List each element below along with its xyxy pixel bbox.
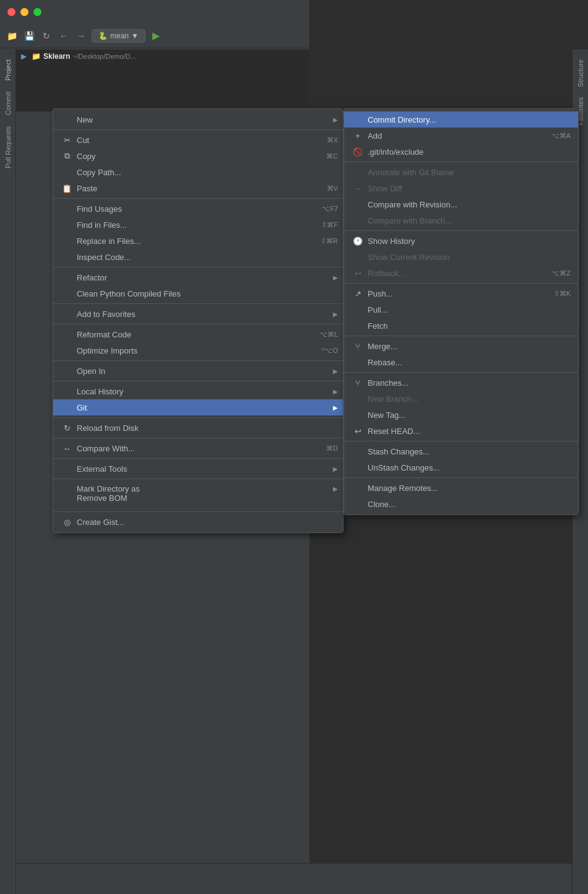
run-button[interactable]: ▶: [149, 29, 163, 43]
menu-item-copy-path[interactable]: Copy Path...: [53, 164, 343, 180]
menu-item-reformat-code[interactable]: Reformat Code ⌥⌘L: [53, 326, 343, 342]
menu-label-copy-path: Copy Path...: [77, 168, 338, 177]
branch-selector[interactable]: 🐍 mean ▼: [92, 29, 145, 43]
git-menu-label-new-tag: New Tag...: [368, 410, 571, 420]
git-submenu-item-merge[interactable]: ⑂ Merge...: [344, 338, 578, 354]
python-icon: 🐍: [98, 32, 108, 40]
menu-item-create-gist[interactable]: ◎ Create Gist...: [53, 514, 343, 530]
forward-icon[interactable]: →: [74, 29, 88, 43]
git-menu-label-push: Push...: [368, 289, 542, 298]
git-submenu-item-show-history[interactable]: 🕐 Show History: [344, 233, 578, 249]
git-menu-label-merge: Merge...: [368, 342, 571, 351]
refresh-icon[interactable]: ↻: [40, 29, 53, 43]
menu-shortcut-copy: ⌘C: [326, 152, 338, 160]
submenu-arrow-local-history: ▶: [333, 388, 338, 395]
submenu-arrow-open-in: ▶: [333, 368, 338, 375]
menu-label-mark-dir: Mark Directory as: [77, 484, 328, 493]
menu-item-inspect-code[interactable]: Inspect Code...: [53, 249, 343, 265]
git-menu-shortcut-add: ⌥⌘A: [551, 132, 571, 140]
menu-separator: [53, 438, 343, 438]
git-submenu-item-unstash[interactable]: UnStash Changes...: [344, 459, 578, 475]
git-menu-label-reset-head: Reset HEAD...: [368, 427, 571, 436]
menu-item-refactor[interactable]: Refactor ▶: [53, 269, 343, 285]
git-submenu-item-compare-revision[interactable]: Compare with Revision...: [344, 196, 578, 212]
git-submenu-item-fetch[interactable]: Fetch: [344, 318, 578, 334]
sidebar-item-structure[interactable]: Structure: [574, 54, 587, 92]
git-submenu-item-reset-head[interactable]: ↩ Reset HEAD...: [344, 423, 578, 439]
menu-shortcut-find-files: ⇧⌘F: [321, 221, 338, 229]
menu-shortcut-compare-with: ⌘D: [326, 445, 338, 453]
menu-label-clean-python: Clean Python Compiled Files: [77, 289, 338, 298]
git-menu-label-commit-dir: Commit Directory...: [368, 115, 571, 124]
menu-item-paste[interactable]: 📋 Paste ⌘V: [53, 180, 343, 196]
maximize-button[interactable]: [33, 8, 41, 16]
git-submenu-item-commit-dir[interactable]: Commit Directory...: [344, 111, 578, 128]
git-menu-label-pull: Pull...: [368, 305, 571, 315]
git-submenu-separator: [344, 230, 578, 231]
menu-separator: [53, 267, 343, 267]
git-submenu-item-manage-remotes[interactable]: Manage Remotes...: [344, 480, 578, 496]
menu-item-new[interactable]: New ▶: [53, 111, 343, 128]
git-menu-icon-add: +: [352, 131, 364, 141]
git-submenu-item-new-branch: New Branch...: [344, 391, 578, 407]
menu-item-find-files[interactable]: Find in Files... ⇧⌘F: [53, 217, 343, 233]
menu-item-cut[interactable]: ✂ Cut ⌘X: [53, 132, 343, 148]
menu-label-inspect-code: Inspect Code...: [77, 253, 338, 262]
menu-separator: [53, 381, 343, 381]
git-menu-label-rebase: Rebase...: [368, 358, 571, 367]
git-submenu-item-branches[interactable]: ⑂ Branches...: [344, 375, 578, 391]
git-submenu-item-push[interactable]: ↗ Push... ⇧⌘K: [344, 285, 578, 302]
menu-label-find-usages: Find Usages: [77, 204, 309, 214]
menu-label-compare-with: Compare With...: [77, 444, 314, 453]
menu-item-compare-with[interactable]: ↔ Compare With... ⌘D: [53, 440, 343, 456]
git-menu-label-clone: Clone...: [368, 500, 571, 509]
git-submenu-item-new-tag[interactable]: New Tag...: [344, 407, 578, 423]
back-icon[interactable]: ←: [57, 29, 71, 43]
tree-row-sklearn[interactable]: ▶ 📁 Sklearn ~/Desktop/Demo/D...: [16, 50, 309, 63]
menu-item-mark-dir[interactable]: Mark Directory as ▶ Remove BOM: [53, 481, 343, 510]
menu-item-open-in[interactable]: Open In ▶: [53, 363, 343, 379]
menu-item-add-favorites[interactable]: Add to Favorites ▶: [53, 306, 343, 322]
menu-icon-cut: ✂: [61, 136, 73, 145]
sidebar-item-pull-requests[interactable]: Pull Requests: [2, 121, 14, 173]
git-submenu-item-pull[interactable]: Pull...: [344, 302, 578, 318]
git-submenu-item-add[interactable]: + Add ⌥⌘A: [344, 128, 578, 144]
menu-item-copy[interactable]: ⧉ Copy ⌘C: [53, 148, 343, 164]
menu-label-new: New: [77, 115, 328, 124]
menu-item-reload-disk[interactable]: ↻ Reload from Disk: [53, 420, 343, 436]
menu-item-external-tools[interactable]: External Tools ▶: [53, 461, 343, 477]
submenu-arrow-refactor: ▶: [333, 274, 338, 281]
git-submenu-item-rollback: ↩ Rollback... ⌥⌘Z: [344, 265, 578, 281]
save-icon[interactable]: 💾: [22, 29, 36, 43]
git-submenu-item-stash[interactable]: Stash Changes...: [344, 443, 578, 459]
git-submenu-separator: [344, 283, 578, 284]
menu-item-git[interactable]: Git ▶: [53, 399, 343, 415]
menu-item-find-usages[interactable]: Find Usages ⌥F7: [53, 201, 343, 217]
menu-item-local-history[interactable]: Local History ▶: [53, 383, 343, 399]
menu-separator: [53, 198, 343, 199]
close-button[interactable]: [7, 8, 15, 16]
minimize-button[interactable]: [20, 8, 28, 16]
menu-item-clean-python[interactable]: Clean Python Compiled Files: [53, 285, 343, 302]
menu-label-local-history: Local History: [77, 387, 328, 396]
git-menu-label-show-current-rev: Show Current Revision: [368, 253, 571, 262]
git-menu-icon-merge: ⑂: [352, 342, 364, 351]
menu-label-paste: Paste: [77, 184, 314, 193]
git-submenu-item-rebase[interactable]: Rebase...: [344, 354, 578, 370]
menu-separator: [53, 324, 343, 324]
git-menu-label-stash: Stash Changes...: [368, 447, 571, 456]
menu-item-replace-files[interactable]: Replace in Files... ⇧⌘R: [53, 233, 343, 249]
git-menu-icon-git-exclude: 🚫: [352, 147, 364, 157]
left-side-tabs: Project Commit Pull Requests: [0, 50, 16, 894]
sidebar-item-commit[interactable]: Commit: [2, 87, 14, 120]
menu-item-optimize-imports[interactable]: Optimize Imports ^⌥O: [53, 342, 343, 358]
git-submenu-item-git-exclude[interactable]: 🚫 .git/info/exclude: [344, 144, 578, 160]
git-menu-shortcut-rollback: ⌥⌘Z: [551, 269, 571, 277]
menu-icon-create-gist: ◎: [61, 518, 73, 527]
git-menu-icon-show-diff: ↔: [352, 184, 364, 193]
menu-label2-mark-dir: Remove BOM: [61, 493, 128, 503]
project-panel: ▶ 📁 Sklearn ~/Desktop/Demo/D...: [16, 50, 309, 111]
git-submenu-item-clone[interactable]: Clone...: [344, 496, 578, 512]
sidebar-item-project[interactable]: Project: [2, 54, 14, 85]
folder-icon[interactable]: 📁: [5, 29, 19, 43]
